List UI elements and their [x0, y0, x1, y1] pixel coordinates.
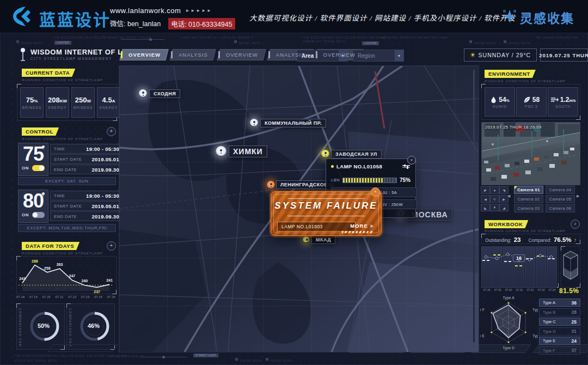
workbook-expand-button[interactable]: ›: [571, 220, 580, 229]
lamp-pin[interactable]: [216, 146, 226, 157]
lanlan-logo-icon: [11, 5, 36, 27]
radar-legend-type-a[interactable]: Type A36: [539, 299, 580, 307]
camera-button-1[interactable]: Camera 01: [514, 186, 543, 194]
comparison-gauge-1: COMPARISON FOR 50%: [16, 303, 65, 350]
camera-button-4[interactable]: Camera 04: [546, 186, 575, 194]
add-control-button[interactable]: +: [107, 127, 116, 136]
svg-text:Type E: Type E: [480, 334, 485, 338]
tab-analysis-1[interactable]: ANALYSIS: [171, 49, 215, 60]
map-label[interactable]: ЗАВОДСКАЯ УЛ: [331, 150, 382, 159]
dimmer-group-2: 80 ON: [18, 190, 48, 223]
current-data-title: CURRENT DATA: [22, 69, 75, 77]
time-row[interactable]: TIME19:00 - 05:30: [50, 144, 123, 154]
state-label: ON: [22, 166, 29, 171]
end-date-row[interactable]: END DATE2019.09.30: [50, 211, 123, 221]
map-label[interactable]: ХИМКИ: [229, 145, 267, 157]
droplet-icon: [490, 96, 497, 104]
close-icon[interactable]: ×: [371, 187, 380, 197]
pan-up-right-icon[interactable]: ◥: [499, 186, 509, 194]
decor-checkbox-travel: TRAVEL BOTH: [266, 354, 292, 364]
week-line-chart: 243268258263247240237241: [16, 256, 115, 293]
caret-down-icon[interactable]: ▾: [395, 50, 403, 61]
start-date-row[interactable]: START DATE2019.05.01: [50, 154, 123, 164]
map-label[interactable]: КОММУНАЛЬНЫЙ ПР.: [260, 119, 326, 127]
svg-text:241: 241: [106, 278, 113, 282]
map-label[interactable]: СХОДНЯ: [149, 89, 180, 98]
radar-legend-type-b[interactable]: Type B28: [539, 308, 580, 317]
camera-button-2[interactable]: Camera 02: [514, 195, 543, 203]
page-subtitle: CITY STREETLAMP MANAGEMENT: [30, 57, 112, 60]
power-toggle[interactable]: [32, 165, 45, 171]
svg-text:247: 247: [69, 274, 76, 278]
add-week-button[interactable]: +: [107, 241, 116, 251]
lamp-pin[interactable]: [250, 119, 258, 127]
state-label: ON: [22, 212, 29, 217]
svg-text:237: 237: [94, 290, 100, 293]
bulb-icon: [42, 192, 45, 195]
end-date-row[interactable]: END DATE2019.09.30: [50, 165, 123, 174]
pan-up-left-icon[interactable]: ◤: [481, 186, 490, 194]
services-list: 大数据可视化设计 / 软件界面设计 / 网站建设 / 手机及小程序设计 / 软件…: [249, 12, 516, 23]
brightness-bar[interactable]: [342, 178, 397, 183]
metric-tile: 75% BRINESS: [20, 87, 44, 118]
camera-feed[interactable]: 2019.07.25 THUR 18:26:09: [481, 122, 580, 185]
camera-button-3[interactable]: Camera 03: [514, 204, 543, 212]
inspiration-star-icon: [502, 9, 517, 24]
failure-rule: [287, 198, 365, 199]
x-tick-label: 07.18: [481, 288, 492, 291]
week-xlabels: 07.1807.1907.2007.2107.2207.2307.2407.24: [16, 295, 115, 299]
camera-prev-icon[interactable]: ◀: [507, 194, 510, 198]
lamp-id: LAMP NO.L01058: [336, 163, 382, 169]
map-label[interactable]: МКАД: [311, 235, 335, 244]
x-tick-label: 07.20: [503, 288, 514, 291]
radar-legend-type-d[interactable]: Type D31: [539, 327, 580, 336]
decor-badge-street-light: STREET LIGHT: [193, 354, 218, 357]
lamp-pin[interactable]: [139, 89, 147, 98]
radar-legend-type-e[interactable]: Type E24: [539, 337, 580, 345]
radar-legend-type-f[interactable]: Type F37: [539, 346, 580, 355]
x-tick-label: 07.21: [514, 288, 525, 291]
lamp-pin-warning[interactable]: [303, 236, 309, 243]
except-bar: EXCEPT: MON,TUE,WED,THUR,FRI: [18, 224, 116, 232]
failure-rule: [287, 216, 365, 216]
phone-contact: 电话: 010-63334945: [168, 18, 235, 29]
time-row[interactable]: TIME19:00 - 05:30: [50, 191, 123, 200]
lamp-pin-failure[interactable]: [267, 181, 275, 189]
lamp-pin-warning[interactable]: [321, 150, 329, 158]
more-button[interactable]: MORE >: [350, 223, 373, 229]
website-link[interactable]: www.lanlanwork.com: [110, 7, 181, 15]
pan-up-icon[interactable]: ▲: [490, 186, 499, 194]
refresh-icon[interactable]: ↻: [490, 195, 499, 203]
app-root: 蓝蓝设计 www.lanlanwork.com ►►►►► 微信: ben_la…: [0, 0, 588, 365]
footer-decor-shape: [47, 344, 118, 352]
settings-sliders-icon[interactable]: [402, 164, 410, 169]
start-date-row[interactable]: START DATE2019.05.01: [50, 201, 123, 211]
bulb-icon: [42, 145, 45, 148]
map-scrollbar[interactable]: [473, 70, 475, 342]
pan-down-right-icon[interactable]: ◢: [499, 204, 509, 211]
radar-legend-type-c[interactable]: Type C25: [539, 318, 580, 326]
outstanding-value: 23: [514, 236, 521, 243]
camera-button-6[interactable]: Camera 06: [546, 204, 575, 212]
tab-overview-2[interactable]: OVERVIEW: [218, 49, 265, 60]
leaf-icon: [523, 96, 531, 104]
close-icon[interactable]: ×: [407, 156, 416, 165]
pan-down-icon[interactable]: ▼: [490, 204, 499, 211]
svg-text:Type C: Type C: [532, 334, 538, 338]
decor-checkbox-travel: TRAVEL BOTH: [504, 36, 530, 46]
svg-text:240: 240: [81, 279, 88, 283]
failure-title: SYSTEM FAILURE: [271, 200, 381, 211]
control-subtitle: RUNNING CONDITION OF STREETLAMP: [22, 137, 103, 141]
pan-down-left-icon[interactable]: ◣: [481, 204, 490, 211]
wind-tile: 1.2m/s SOUTH: [548, 87, 578, 117]
camera-next-icon[interactable]: ▶: [577, 194, 579, 198]
wechat-contact: 微信: ben_lanlan: [110, 18, 161, 29]
camera-button-5[interactable]: Camera 05: [546, 195, 575, 203]
tab-marker: [121, 51, 122, 58]
checkbox-icon: [469, 40, 472, 43]
tab-overview-0[interactable]: OVERVIEW: [121, 49, 167, 60]
workbook-percent: 81.5%: [559, 287, 579, 295]
power-toggle[interactable]: [32, 212, 45, 218]
date-box: 2019.07.25 THUR: [540, 48, 588, 62]
pan-left-icon[interactable]: ◀: [481, 195, 490, 203]
